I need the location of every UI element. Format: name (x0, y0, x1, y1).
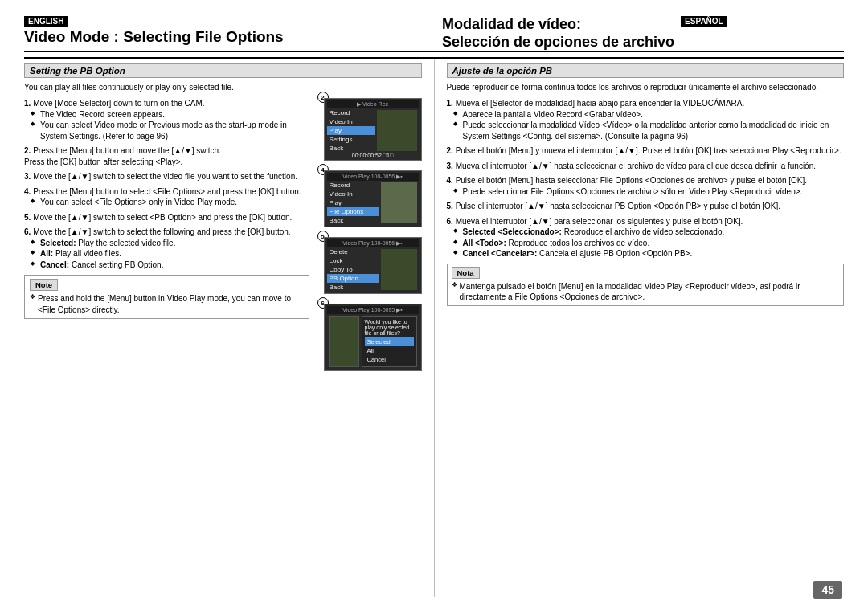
screen-5-wrapper: 5 Video Play 100-0056 ▶▪ Delete Lock Cop… (324, 237, 422, 296)
nota-title-label: Nota (452, 267, 480, 279)
step-3-num: 3. (24, 172, 33, 181)
dialog-prompt: Would you like to play only selected fil… (365, 319, 414, 336)
screen-5-title: Video Play 100-0056 ▶▪ (327, 239, 419, 247)
right-step-4: 4. Pulse el botón [Menu] hasta seleccion… (447, 175, 845, 197)
content-area: Setting the PB Option You can play all f… (24, 57, 844, 597)
step-1-bullet-2: You can select Video mode or Previous mo… (24, 120, 309, 141)
step-5: 5. Move the [▲/▼] switch to select <PB O… (24, 212, 309, 223)
screen-4-wrapper: 4 Video Play 100-0056 ▶▪ Record Video In… (324, 170, 422, 230)
right-column: Ajuste de la opción PB Puede reproducir … (435, 59, 845, 597)
right-step-3-text: Mueva el interruptor [▲/▼] hasta selecci… (456, 161, 816, 170)
right-step-4-bullet-1: Puede seleccionar File Options <Opciones… (447, 186, 845, 198)
step-1-bullet-1: The Video Record screen appears. (24, 109, 309, 121)
screen-6-dialog: Would you like to play only selected fil… (362, 316, 417, 367)
step-5-text: Move the [▲/▼] switch to select <PB Opti… (33, 213, 292, 222)
step-3: 3. Move the [▲/▼] switch to select the v… (24, 171, 309, 182)
left-section-header: Setting the PB Option (24, 63, 422, 78)
right-step-5: 5. Pulse el interruptor [▲/▼] hasta sele… (447, 201, 845, 212)
step-6-num: 6. (24, 227, 33, 236)
note-title-label: Note (30, 279, 58, 291)
screen-5-menu-pboption: PB Option (327, 274, 379, 283)
left-main-title: Video Mode : Selecting File Options (24, 28, 426, 47)
right-step-1-num: 1. (447, 99, 456, 108)
left-title-block: ENGLISH Video Mode : Selecting File Opti… (24, 16, 434, 51)
right-step-1-bullet-2: Puede seleccionar la modalidad Vídeo <Ví… (447, 120, 845, 141)
left-intro: You can play all files continuously or p… (24, 82, 422, 93)
right-section-header: Ajuste de la opción PB (447, 63, 845, 78)
screen-4-menu-videoin: Video In (327, 190, 379, 198)
screen-5-menu-lock: Lock (327, 256, 379, 265)
page-number: 45 (813, 581, 842, 599)
step-4-text: Press the [Menu] button to select <File … (33, 187, 301, 196)
right-step-2-num: 2. (447, 146, 456, 155)
step-6: 6. Move the [▲/▼] switch to select the f… (24, 227, 309, 270)
step-3-text: Move the [▲/▼] switch to select the vide… (33, 172, 297, 181)
right-step-5-text: Pulse el interruptor [▲/▼] hasta selecci… (456, 202, 780, 210)
step-4-bullet-1: You can select <File Options> only in Vi… (24, 197, 309, 208)
screen-4: Video Play 100-0056 ▶▪ Record Video In P… (324, 170, 422, 227)
header-section: ENGLISH Video Mode : Selecting File Opti… (24, 16, 844, 51)
espanol-badge: ESPAÑOL (681, 16, 727, 27)
screen-4-menu-record: Record (327, 181, 379, 190)
note-text: Press and hold the [Menu] button in Vide… (30, 293, 304, 315)
screen-2-title: ▶ Video Rec (327, 100, 419, 108)
screen-2-menu-record: Record (327, 108, 375, 117)
right-step-1-text: Mueva el [Selector de modalidad] hacia a… (456, 99, 745, 108)
step-2: 2. Press the [Menu] button and move the … (24, 145, 309, 167)
dialog-option-selected: Selected (365, 337, 414, 346)
left-note-box: Note Press and hold the [Menu] button in… (24, 275, 309, 319)
right-intro: Puede reproducir de forma continua todos… (447, 82, 845, 93)
step-1-text: Move [Mode Selector] down to turn on the… (33, 99, 204, 108)
screen-4-menu-back: Back (327, 216, 379, 225)
left-steps-col: 1. Move [Mode Selector] down to turn on … (24, 98, 309, 378)
screen-2-time: 00:00:00:52 □1□ (327, 153, 419, 158)
right-title-block: Modalidad de vídeo: Selección de opcione… (434, 16, 844, 51)
right-step-2: 2. Pulse el botón [Menu] y mueva el inte… (447, 145, 845, 157)
header-divider (24, 51, 844, 52)
english-badge: ENGLISH (24, 16, 68, 27)
screen-6: Video Play 100-0095 ▶▪ Would you like to… (324, 304, 422, 371)
screen-5-menu-delete: Delete (327, 247, 379, 256)
right-main-title-line1: Modalidad de vídeo: (442, 16, 674, 34)
nota-text: Mantenga pulsado el botón [Menu] en la m… (452, 281, 840, 303)
right-step-6-num: 6. (447, 217, 456, 226)
page-container: ENGLISH Video Mode : Selecting File Opti… (0, 0, 868, 613)
right-step-3: 3. Mueva el interruptor [▲/▼] hasta sele… (447, 161, 845, 172)
screen-6-title: Video Play 100-0095 ▶▪ (327, 306, 419, 314)
step-6-bullet-1: Selected: Play the selected video file. (24, 238, 309, 249)
screen-5: Video Play 100-0056 ▶▪ Delete Lock Copy … (324, 237, 422, 294)
right-step-4-num: 4. (447, 176, 456, 185)
step-4: 4. Press the [Menu] button to select <Fi… (24, 186, 309, 208)
screen-2-menu-back: Back (327, 144, 375, 153)
right-main-title-line2: Selección de opciones de archivo (442, 34, 674, 51)
right-step-6: 6. Mueva el interruptor [▲/▼] para selec… (447, 216, 845, 260)
step-2-num: 2. (24, 146, 33, 155)
screen-6-wrapper: 6 Video Play 100-0095 ▶▪ Would you like … (324, 304, 422, 374)
step-6-bullet-2: All: Play all video files. (24, 248, 309, 260)
step-4-num: 4. (24, 187, 33, 196)
right-step-4-text: Pulse el botón [Menu] hasta seleccionar … (456, 176, 807, 185)
step-6-text: Move the [▲/▼] switch to select the foll… (33, 227, 291, 236)
right-step-5-num: 5. (447, 202, 456, 210)
screen-2-menu-videoin: Video In (327, 117, 375, 126)
dialog-option-all: All (365, 346, 414, 355)
step-1: 1. Move [Mode Selector] down to turn on … (24, 98, 309, 141)
screen-5-menu-back: Back (327, 283, 379, 292)
step-6-bullet-3: Cancel: Cancel setting PB Option. (24, 260, 309, 271)
screen-4-menu-play: Play (327, 198, 379, 207)
screen-4-title: Video Play 100-0056 ▶▪ (327, 173, 419, 181)
right-step-6-bullet-3: Cancel <Cancelar>: Cancela el ajuste PB … (447, 248, 845, 260)
screen-5-menu-copyto: Copy To (327, 265, 379, 274)
screen-4-menu-fileoptions: File Options (327, 207, 379, 216)
right-step-3-num: 3. (447, 161, 456, 170)
right-step-2-text: Pulse el botón [Menu] y mueva el interru… (456, 146, 841, 155)
screen-2-wrapper: 2 ▶ Video Rec Record Video In Play Setti… (324, 98, 422, 163)
right-step-6-bullet-2: All <Todo>: Reproduce todos los archivos… (447, 238, 845, 249)
right-step-6-bullet-1: Selected <Seleccionado>: Reproduce el ar… (447, 227, 845, 238)
step-5-num: 5. (24, 213, 33, 222)
right-step-1: 1. Mueva el [Selector de modalidad] haci… (447, 98, 845, 141)
right-step-6-text: Mueva el interruptor [▲/▼] para seleccio… (456, 217, 743, 226)
screen-2: ▶ Video Rec Record Video In Play Setting… (324, 98, 422, 161)
step-1-num: 1. (24, 99, 33, 108)
right-step-1-bullet-1: Aparece la pantalla Video Record <Grabar… (447, 109, 845, 121)
